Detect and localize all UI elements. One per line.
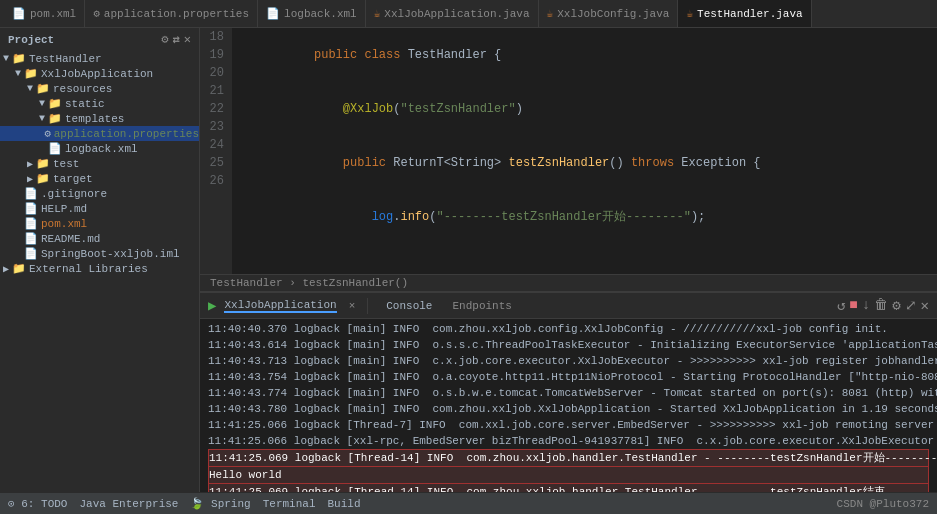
console-line-3: 11:40:43.754 logback [main] INFO o.a.coy… (208, 369, 929, 385)
breadcrumb: TestHandler › testZsnHandler() (200, 274, 937, 292)
run-panel-title[interactable]: XxlJobApplication (224, 299, 336, 313)
tab-icon-pom: 📄 (12, 7, 26, 20)
rerun-button[interactable]: ↺ (837, 297, 845, 314)
settings-button[interactable]: ⚙ (892, 297, 900, 314)
tree-arrow: ▼ (12, 68, 24, 79)
status-java-enterprise[interactable]: Java Enterprise (79, 498, 178, 510)
console-line-2: 11:40:43.713 logback [main] INFO c.x.job… (208, 353, 929, 369)
tree-label: External Libraries (29, 263, 148, 275)
status-spring[interactable]: 🍃 Spring (190, 497, 250, 510)
code-content: 18 19 20 21 22 23 24 25 26 public class … (200, 28, 937, 274)
tree-item-target[interactable]: ▶ 📁 target (0, 171, 199, 186)
close-panel-button[interactable]: ✕ (921, 297, 929, 314)
tree-label: resources (53, 83, 112, 95)
tab-icon-xxljobconfig: ☕ (547, 7, 554, 20)
sidebar-icons: ⚙ ⇄ ✕ (161, 32, 191, 47)
tree-arrow: ▶ (24, 158, 36, 170)
clear-button[interactable]: 🗑 (874, 297, 888, 314)
stop-button[interactable]: ■ (849, 297, 857, 314)
expand-icon[interactable]: ⇄ (173, 32, 180, 47)
tree-item-testhandler[interactable]: ▼ 📁 TestHandler (0, 51, 199, 66)
status-bar: ⊙ 6: TODO Java Enterprise 🍃 Spring Termi… (0, 492, 937, 514)
tree-item-external-libs[interactable]: ▶ 📁 External Libraries (0, 261, 199, 276)
tab-bar: 📄 pom.xml ⚙ application.properties 📄 log… (0, 0, 937, 28)
tree-item-xxljobapp[interactable]: ▼ 📁 XxlJobApplication (0, 66, 199, 81)
sidebar: Project ⚙ ⇄ ✕ ▼ 📁 TestHandler ▼ 📁 XxlJob… (0, 28, 200, 492)
folder-icon: 📁 (36, 157, 50, 170)
console-line-6: 11:41:25.066 logback [Thread-7] INFO com… (208, 417, 929, 433)
tree-label: templates (65, 113, 124, 125)
scroll-end-button[interactable]: ↓ (862, 297, 870, 314)
tree-item-logback[interactable]: 📄 logback.xml (0, 141, 199, 156)
tree-item-resources[interactable]: ▼ 📁 resources (0, 81, 199, 96)
divider (367, 298, 368, 314)
xml-file-icon: 📄 (24, 217, 38, 230)
tree-item-static[interactable]: ▼ 📁 static (0, 96, 199, 111)
tab-icon-app: ⚙ (93, 7, 100, 20)
settings-icon[interactable]: ⚙ (161, 32, 168, 47)
tab-icon-testhandler: ☕ (686, 7, 693, 20)
console-line-4: 11:40:43.774 logback [main] INFO o.s.b.w… (208, 385, 929, 401)
close-sidebar-icon[interactable]: ✕ (184, 32, 191, 47)
maximize-button[interactable]: ⤢ (905, 297, 917, 314)
status-build[interactable]: Build (328, 498, 361, 510)
tab-icon-xxljobapp: ☕ (374, 7, 381, 20)
tab-xxljobapp[interactable]: ☕ XxlJobApplication.java (366, 0, 539, 27)
xml-icon: 📄 (48, 142, 62, 155)
tree-item-pom[interactable]: 📄 pom.xml (0, 216, 199, 231)
code-line-18: @XxlJob("testZsnHandler") (242, 82, 927, 136)
run-separator: × (349, 300, 356, 312)
editor-area: 18 19 20 21 22 23 24 25 26 public class … (200, 28, 937, 492)
tree-label: application.properties (54, 128, 199, 140)
code-line-22: System.out.println("Hello world"); (242, 262, 927, 274)
tab-pom[interactable]: 📄 pom.xml (4, 0, 85, 27)
console-line-1: 11:40:43.614 logback [main] INFO o.s.s.c… (208, 337, 929, 353)
tree-arrow: ▼ (36, 113, 48, 124)
file-icon: 📄 (24, 232, 38, 245)
tab-console[interactable]: Console (380, 298, 438, 314)
tree-label: HELP.md (41, 203, 87, 215)
tab-testhandler[interactable]: ☕ TestHandler.java (678, 0, 811, 27)
tree-item-app-properties[interactable]: ⚙ application.properties (0, 126, 199, 141)
folder-icon: 📁 (12, 52, 26, 65)
file-icon: 📄 (24, 202, 38, 215)
code-line-19: public ReturnT<String> testZsnHandler() … (242, 136, 927, 190)
main-area: Project ⚙ ⇄ ✕ ▼ 📁 TestHandler ▼ 📁 XxlJob… (0, 28, 937, 492)
watermark: CSDN @Pluto372 (837, 498, 929, 510)
tree-label: pom.xml (41, 218, 87, 230)
tree-arrow: ▶ (0, 263, 12, 275)
tree-item-test[interactable]: ▶ 📁 test (0, 156, 199, 171)
tree-item-help[interactable]: 📄 HELP.md (0, 201, 199, 216)
run-panel: ▶ XxlJobApplication × Console Endpoints … (200, 292, 937, 492)
tree-label: static (65, 98, 105, 110)
console-output[interactable]: 11:40:40.370 logback [main] INFO com.zho… (200, 319, 937, 492)
tab-endpoints[interactable]: Endpoints (446, 298, 517, 314)
status-todo[interactable]: ⊙ 6: TODO (8, 497, 67, 510)
console-line-highlight-end: 11:41:25.069 logback [Thread-14] INFO co… (208, 483, 929, 492)
console-line-hello: Hello world (208, 467, 929, 483)
tab-xxljobconfig[interactable]: ☕ XxlJobConfig.java (539, 0, 679, 27)
tree-label: .gitignore (41, 188, 107, 200)
code-lines[interactable]: public class TestHandler { @XxlJob("test… (232, 28, 937, 274)
settings-file-icon: ⚙ (44, 127, 51, 140)
sidebar-title: Project (8, 34, 54, 46)
tree-item-springboot-iml[interactable]: 📄 SpringBoot-xxljob.iml (0, 246, 199, 261)
folder-icon: 📁 (36, 172, 50, 185)
tree-item-templates[interactable]: ▼ 📁 templates (0, 111, 199, 126)
tab-logback[interactable]: 📄 logback.xml (258, 0, 366, 27)
tree-item-gitignore[interactable]: 📄 .gitignore (0, 186, 199, 201)
tree-arrow: ▼ (36, 98, 48, 109)
run-controls: ↺ ■ ↓ 🗑 ⚙ ⤢ ✕ (837, 297, 929, 314)
folder-icon: 📁 (24, 67, 38, 80)
sidebar-header: Project ⚙ ⇄ ✕ (0, 28, 199, 51)
code-line-21 (242, 244, 927, 262)
tab-application-properties[interactable]: ⚙ application.properties (85, 0, 258, 27)
console-line-highlight-start: 11:41:25.069 logback [Thread-14] INFO co… (208, 449, 929, 467)
tree-label: XxlJobApplication (41, 68, 153, 80)
tree-label: target (53, 173, 93, 185)
status-terminal[interactable]: Terminal (263, 498, 316, 510)
tree-item-readme[interactable]: 📄 README.md (0, 231, 199, 246)
line-numbers: 18 19 20 21 22 23 24 25 26 (200, 28, 232, 274)
iml-icon: 📄 (24, 247, 38, 260)
console-line-7: 11:41:25.066 logback [xxl-rpc, EmbedServ… (208, 433, 929, 449)
